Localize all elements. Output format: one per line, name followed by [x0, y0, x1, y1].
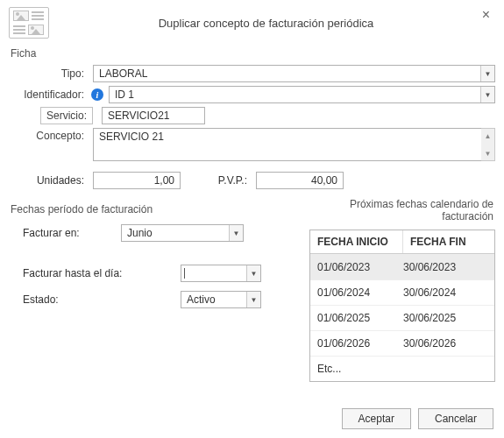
aceptar-button[interactable]: Aceptar	[342, 408, 411, 429]
cell-fin: 30/06/2026	[403, 337, 487, 350]
identificador-label-wrap: Identificador:	[9, 88, 93, 101]
table-row[interactable]: 01/06/2026 30/06/2026	[310, 330, 494, 356]
tipo-value: LABORAL	[94, 66, 480, 81]
chevron-down-icon[interactable]: ▼	[246, 265, 260, 281]
table-row[interactable]: 01/06/2024 30/06/2024	[310, 279, 494, 305]
facturar-hasta-value	[184, 268, 246, 279]
tipo-label: Tipo:	[9, 67, 93, 80]
cell-fin: 30/06/2024	[403, 286, 487, 299]
estado-label: Estado:	[9, 293, 121, 306]
chevron-down-icon[interactable]: ▼	[480, 87, 494, 102]
section-proximas-label: Próximas fechas calendario de facturació…	[298, 198, 495, 223]
chevron-down-icon[interactable]: ▼	[480, 66, 494, 81]
close-button[interactable]: ×	[477, 5, 495, 25]
pvp-field[interactable]: 40,00	[256, 172, 344, 189]
cell-inicio: 01/06/2026	[317, 337, 403, 350]
dates-grid: FECHA INICIO FECHA FIN 01/06/2023 30/06/…	[309, 230, 495, 382]
pvp-label: P.V.P.:	[198, 174, 256, 187]
tipo-combo[interactable]: LABORAL ▼	[93, 65, 495, 82]
dialog-title: Duplicar concepto de facturación periódi…	[58, 17, 495, 30]
concepto-label: Concepto:	[9, 128, 93, 142]
unidades-field[interactable]: 1,00	[93, 172, 181, 189]
scroll-down-icon[interactable]: ▼	[481, 146, 494, 160]
col-fecha-inicio[interactable]: FECHA INICIO	[310, 230, 403, 253]
concepto-scrollbar[interactable]: ▲ ▼	[481, 128, 495, 161]
scroll-up-icon[interactable]: ▲	[481, 129, 494, 143]
etc-row: Etc...	[310, 356, 494, 381]
section-periodo-label: Fechas período de facturación	[11, 203, 298, 215]
identificador-value: ID 1	[110, 87, 480, 102]
unidades-label: Unidades:	[9, 174, 93, 187]
dialog: Duplicar concepto de facturación periódi…	[0, 0, 504, 438]
col-fecha-fin[interactable]: FECHA FIN	[403, 230, 494, 253]
chevron-down-icon[interactable]: ▼	[246, 292, 260, 307]
concepto-textarea[interactable]: SERVICIO 21	[93, 128, 481, 161]
titlebar: Duplicar concepto de facturación periódi…	[9, 7, 495, 39]
info-icon[interactable]: i	[91, 88, 103, 101]
identificador-label: Identificador:	[24, 88, 84, 101]
facturar-en-combo[interactable]: Junio ▼	[121, 224, 244, 242]
table-row[interactable]: 01/06/2023 30/06/2023	[310, 254, 494, 279]
facturar-hasta-date[interactable]: ▼	[181, 265, 261, 282]
servicio-field[interactable]: SERVICIO21	[102, 107, 205, 124]
app-logo-icon	[9, 7, 49, 39]
section-ficha-label: Ficha	[11, 47, 495, 60]
cell-fin: 30/06/2023	[403, 261, 487, 273]
cell-inicio: 01/06/2024	[317, 286, 403, 299]
estado-value: Activo	[181, 292, 246, 307]
facturar-en-value: Junio	[122, 225, 229, 241]
facturar-en-label: Facturar en:	[9, 227, 121, 239]
estado-combo[interactable]: Activo ▼	[181, 291, 261, 308]
chevron-down-icon[interactable]: ▼	[229, 225, 243, 241]
cancelar-button[interactable]: Cancelar	[418, 408, 493, 429]
footer: Aceptar Cancelar	[342, 408, 493, 429]
cell-fin: 30/06/2025	[403, 312, 487, 324]
grid-header: FECHA INICIO FECHA FIN	[310, 230, 494, 254]
cell-inicio: 01/06/2023	[317, 261, 403, 273]
facturar-hasta-label: Facturar hasta el día:	[9, 267, 140, 279]
identificador-combo[interactable]: ID 1 ▼	[109, 86, 495, 103]
servicio-label-box[interactable]: Servicio:	[40, 107, 93, 124]
table-row[interactable]: 01/06/2025 30/06/2025	[310, 305, 494, 330]
cell-inicio: 01/06/2025	[317, 312, 403, 324]
